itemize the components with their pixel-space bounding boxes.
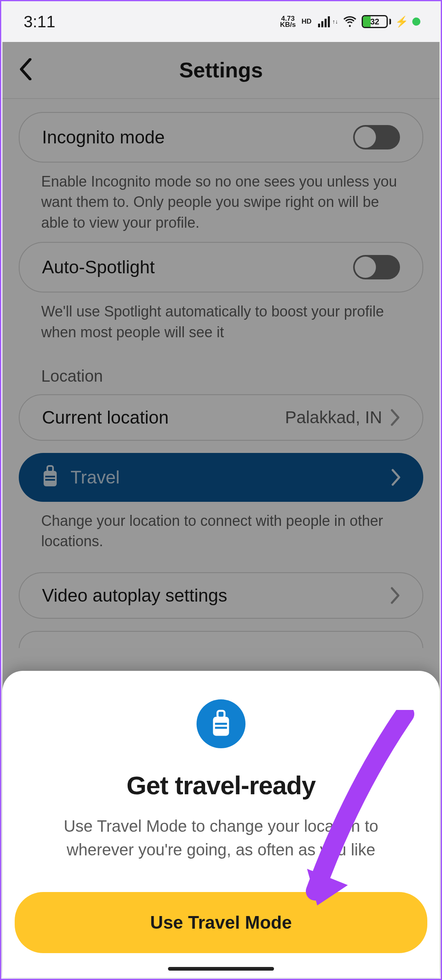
- use-travel-mode-button[interactable]: Use Travel Mode: [15, 892, 427, 953]
- sheet-luggage-icon: [197, 699, 245, 748]
- hd-indicator: HD: [301, 18, 312, 26]
- sheet-description: Use Travel Mode to change your location …: [15, 814, 427, 861]
- svg-rect-6: [215, 723, 227, 725]
- battery-indicator: 32: [362, 15, 391, 28]
- home-indicator[interactable]: [168, 967, 274, 971]
- status-time: 3:11: [24, 13, 55, 31]
- signal-icon: [318, 16, 330, 27]
- wifi-icon: [342, 13, 358, 30]
- use-travel-mode-label: Use Travel Mode: [150, 912, 292, 932]
- privacy-indicator-dot: [412, 18, 420, 26]
- travel-mode-sheet: Get travel-ready Use Travel Mode to chan…: [2, 671, 440, 978]
- status-indicators: 4.73 KB/s HD ↑↓ 32 ⚡: [280, 13, 420, 30]
- svg-rect-7: [215, 727, 227, 729]
- battery-percent: 32: [363, 17, 387, 26]
- sheet-title: Get travel-ready: [15, 771, 427, 800]
- network-speed: 4.73 KB/s: [280, 15, 296, 28]
- status-bar: 3:11 4.73 KB/s HD ↑↓ 32 ⚡: [1, 1, 441, 42]
- svg-rect-4: [213, 717, 229, 736]
- charging-icon: ⚡: [395, 15, 408, 28]
- svg-rect-5: [217, 711, 224, 718]
- signal-arrows-icon: ↑↓: [332, 18, 338, 25]
- net-speed-unit: KB/s: [280, 22, 296, 28]
